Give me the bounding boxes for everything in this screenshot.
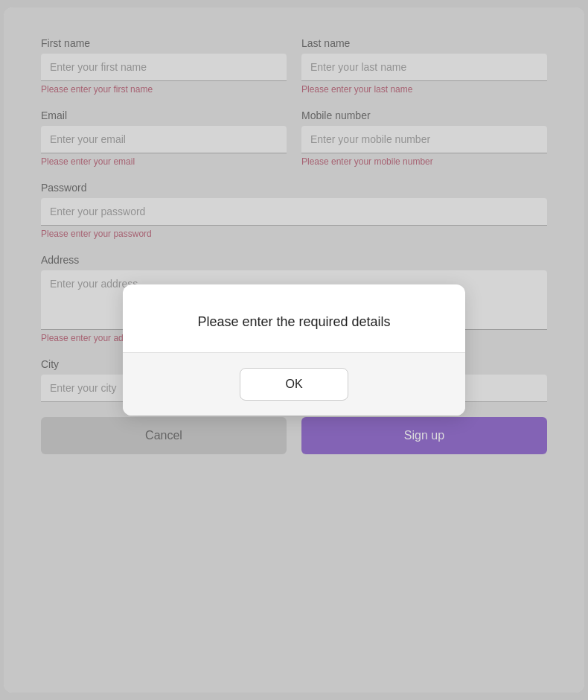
modal-overlay: Please enter the required details OK — [4, 7, 584, 693]
ok-button[interactable]: OK — [240, 368, 348, 401]
modal-footer: OK — [123, 353, 465, 416]
modal-message: Please enter the required details — [153, 314, 435, 330]
modal-body: Please enter the required details — [123, 284, 465, 352]
page-container: First name Please enter your first name … — [4, 7, 584, 693]
modal-dialog: Please enter the required details OK — [123, 284, 465, 416]
